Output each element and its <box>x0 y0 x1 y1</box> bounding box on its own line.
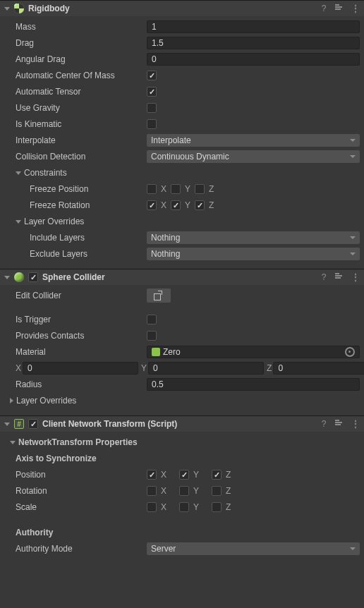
fold-icon[interactable] <box>4 276 10 279</box>
client-network-transform-component: Client Network Transform (Script) ? ⋮ Ne… <box>0 415 364 564</box>
include-layers-label: Include Layers <box>4 233 147 243</box>
object-picker-icon[interactable] <box>345 347 355 357</box>
freeze-rot-y-checkbox[interactable] <box>171 200 181 210</box>
scale-y-checkbox[interactable] <box>179 502 189 512</box>
scale-label: Scale <box>4 502 147 512</box>
freeze-pos-y-checkbox[interactable] <box>171 184 181 194</box>
rot-y-checkbox[interactable] <box>179 486 189 496</box>
is-kinematic-checkbox[interactable] <box>147 119 157 129</box>
angular-drag-input[interactable] <box>147 53 360 66</box>
exclude-layers-dropdown[interactable]: Nothing <box>147 248 360 260</box>
context-menu-icon[interactable]: ⋮ <box>350 4 360 13</box>
context-menu-icon[interactable]: ⋮ <box>350 272 360 282</box>
help-icon[interactable]: ? <box>319 272 329 282</box>
interpolate-dropdown[interactable]: Interpolate <box>147 134 360 147</box>
is-kinematic-label: Is Kinematic <box>4 119 147 129</box>
use-gravity-checkbox[interactable] <box>147 103 157 113</box>
mass-input[interactable] <box>147 20 360 33</box>
freeze-rot-x-checkbox[interactable] <box>147 200 157 210</box>
include-layers-dropdown[interactable]: Nothing <box>147 231 360 244</box>
auto-tensor-label: Automatic Tensor <box>4 87 147 97</box>
help-icon[interactable]: ? <box>319 419 329 429</box>
authority-mode-dropdown[interactable]: Server <box>147 542 360 555</box>
context-menu-icon[interactable]: ⋮ <box>350 419 360 429</box>
component-enabled-checkbox[interactable] <box>28 272 38 282</box>
sphere-collider-body: Edit Collider Is Trigger Provides Contac… <box>0 285 364 415</box>
component-enabled-checkbox[interactable] <box>28 419 38 429</box>
client-network-transform-header[interactable]: Client Network Transform (Script) ? ⋮ <box>0 416 364 432</box>
is-trigger-label: Is Trigger <box>4 315 147 324</box>
freeze-rotation-label: Freeze Rotation <box>4 200 147 210</box>
layer-overrides-group[interactable]: Layer Overrides <box>4 396 147 406</box>
rigidbody-component: Rigidbody ? ⋮ Mass Drag Angular Drag Aut… <box>0 0 364 269</box>
fold-icon[interactable] <box>4 7 10 11</box>
rigidbody-body: Mass Drag Angular Drag Automatic Center … <box>0 16 364 269</box>
axis-sync-header: Axis to Synchronize <box>4 454 147 463</box>
pos-x-checkbox[interactable] <box>147 470 157 480</box>
freeze-position-label: Freeze Position <box>4 184 147 194</box>
sphere-collider-icon <box>14 272 24 282</box>
drag-input[interactable] <box>147 37 360 49</box>
mass-label: Mass <box>4 22 147 32</box>
pos-y-checkbox[interactable] <box>179 470 189 480</box>
fold-icon <box>10 441 16 444</box>
center-label: Center <box>4 363 16 373</box>
presets-icon[interactable] <box>334 419 344 429</box>
freeze-pos-z-checkbox[interactable] <box>195 184 205 194</box>
material-field[interactable]: Zero <box>147 346 360 358</box>
sphere-collider-header[interactable]: Sphere Collider ? ⋮ <box>0 269 364 285</box>
component-title: Client Network Transform (Script) <box>42 419 315 429</box>
edit-collider-icon <box>154 291 164 300</box>
scale-x-checkbox[interactable] <box>147 502 157 512</box>
network-transform-props-group[interactable]: NetworkTransform Properties <box>4 437 147 447</box>
use-gravity-label: Use Gravity <box>4 103 147 113</box>
center-z-input[interactable] <box>273 362 364 375</box>
fold-icon <box>16 171 21 175</box>
component-title: Sphere Collider <box>42 272 315 282</box>
presets-icon[interactable] <box>334 4 344 13</box>
fold-icon <box>10 398 13 403</box>
center-y-input[interactable] <box>148 362 264 375</box>
angular-drag-label: Angular Drag <box>4 54 147 64</box>
fold-icon[interactable] <box>4 422 10 426</box>
freeze-rot-z-checkbox[interactable] <box>195 200 205 210</box>
radius-label: Radius <box>4 379 147 389</box>
sphere-collider-component: Sphere Collider ? ⋮ Edit Collider Is Tri… <box>0 269 364 415</box>
is-trigger-checkbox[interactable] <box>147 315 157 324</box>
client-network-transform-body: NetworkTransform Properties Axis to Sync… <box>0 432 364 564</box>
constraints-group[interactable]: Constraints <box>4 168 147 178</box>
provides-contacts-label: Provides Contacts <box>4 331 147 341</box>
auto-center-mass-checkbox[interactable] <box>147 71 157 80</box>
rot-x-checkbox[interactable] <box>147 486 157 496</box>
position-label: Position <box>4 470 147 480</box>
pos-z-checkbox[interactable] <box>212 470 222 480</box>
radius-input[interactable] <box>147 378 360 391</box>
edit-collider-label: Edit Collider <box>4 291 147 300</box>
rotation-label: Rotation <box>4 486 147 496</box>
edit-collider-button[interactable] <box>147 288 171 303</box>
center-x-input[interactable] <box>23 362 138 375</box>
authority-header: Authority <box>4 528 147 537</box>
interpolate-label: Interpolate <box>4 135 147 145</box>
auto-center-mass-label: Automatic Center Of Mass <box>4 71 147 80</box>
freeze-pos-x-checkbox[interactable] <box>147 184 157 194</box>
collision-detection-label: Collision Detection <box>4 152 147 162</box>
rigidbody-header[interactable]: Rigidbody ? ⋮ <box>0 1 364 16</box>
help-icon[interactable]: ? <box>319 4 329 13</box>
drag-label: Drag <box>4 38 147 48</box>
script-icon <box>14 419 24 429</box>
material-label: Material <box>4 347 147 357</box>
physics-material-icon <box>152 348 160 356</box>
auto-tensor-checkbox[interactable] <box>147 87 157 97</box>
presets-icon[interactable] <box>334 272 344 282</box>
collision-detection-dropdown[interactable]: Continuous Dynamic <box>147 150 360 163</box>
rigidbody-icon <box>14 4 24 13</box>
component-title: Rigidbody <box>28 4 315 13</box>
scale-z-checkbox[interactable] <box>212 502 222 512</box>
authority-mode-label: Authority Mode <box>4 544 147 554</box>
provides-contacts-checkbox[interactable] <box>147 331 157 341</box>
exclude-layers-label: Exclude Layers <box>4 249 147 259</box>
layer-overrides-group[interactable]: Layer Overrides <box>4 217 147 226</box>
fold-icon <box>16 220 21 224</box>
rot-z-checkbox[interactable] <box>212 486 222 496</box>
